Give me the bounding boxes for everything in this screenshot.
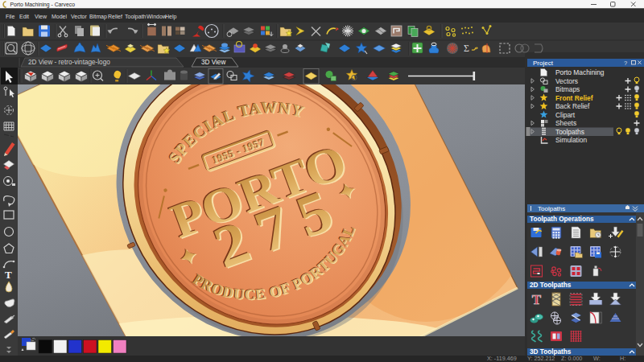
svg-text:Porto Machining - Carveco: Porto Machining - Carveco — [10, 2, 76, 8]
svg-text:Front Relief: Front Relief — [555, 94, 593, 102]
svg-text:Vector: Vector — [71, 14, 88, 19]
svg-text:?: ? — [624, 60, 627, 67]
svg-text:File: File — [6, 14, 14, 19]
svg-text:Sheets: Sheets — [555, 119, 576, 127]
svg-text:Toolpath Operations: Toolpath Operations — [530, 216, 594, 223]
svg-text:X: -119.469: X: -119.469 — [487, 355, 517, 362]
svg-text:Edit: Edit — [19, 14, 29, 19]
svg-text:View: View — [35, 14, 47, 19]
svg-text:Help: Help — [165, 14, 177, 20]
svg-text:Y: 252.212: Y: 252.212 — [527, 355, 555, 362]
svg-text:2D View - retro-vintage-logo: 2D View - retro-vintage-logo — [28, 59, 110, 66]
svg-text:Back Relief: Back Relief — [555, 102, 590, 110]
svg-text:W:: W: — [593, 355, 601, 362]
svg-text:Bitmaps: Bitmaps — [555, 85, 580, 93]
svg-text:Bitmap: Bitmap — [89, 14, 107, 20]
svg-text:Simulation: Simulation — [555, 136, 587, 144]
svg-text:Window: Window — [147, 14, 167, 19]
svg-text:Relief: Relief — [108, 14, 122, 19]
svg-text:Model: Model — [52, 14, 68, 19]
svg-text:3D View: 3D View — [201, 59, 225, 66]
svg-text:H:: H: — [620, 355, 625, 362]
svg-text:Toolpaths: Toolpaths — [555, 128, 584, 136]
svg-text:Toolpath: Toolpath — [125, 14, 147, 20]
svg-text:Project: Project — [533, 60, 554, 67]
svg-text:T: T — [532, 292, 542, 307]
svg-text:Porto Machining: Porto Machining — [555, 68, 605, 76]
svg-text:T: T — [5, 269, 12, 281]
svg-text:Vectors: Vectors — [555, 77, 578, 85]
svg-text:Toolpaths: Toolpaths — [538, 205, 565, 212]
svg-text:2D Toolpaths: 2D Toolpaths — [530, 282, 572, 289]
svg-text:Σ: Σ — [464, 43, 469, 54]
svg-text:Clipart: Clipart — [555, 111, 576, 119]
svg-text:Z: 0.000: Z: 0.000 — [561, 355, 582, 362]
